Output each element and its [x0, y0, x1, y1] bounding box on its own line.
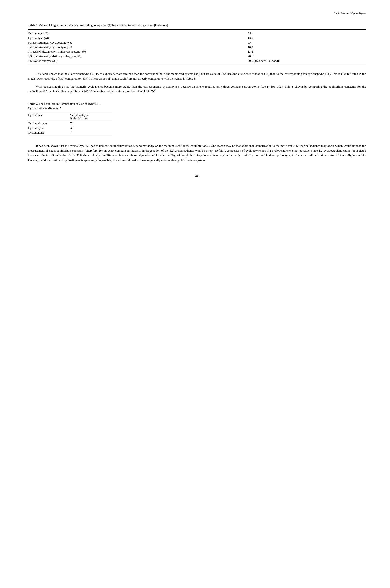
- table-row: Cyclodecyne 35: [28, 126, 112, 130]
- table7: Cycloalkyne % Cycloalkyne in the Mixture…: [28, 112, 112, 135]
- table6-value-5: 13.4: [248, 49, 366, 54]
- table7-compound-3: Cyclononyne: [28, 130, 70, 135]
- page-header: Angle Strained Cycloalkynes: [28, 12, 366, 15]
- table6-value-3: 9.4: [248, 40, 366, 45]
- table7-section: Table 7. The Equilibrium Composition of …: [28, 102, 366, 135]
- table-row: 1,5-Cyclooctadiyne (35) 30.5 (15.3 per C…: [28, 59, 366, 64]
- table7-col2-header: % Cycloalkyne in the Mixture: [70, 112, 112, 121]
- table6: Cyclononyne (6) 2.9 Cyclooctyne (14) 13.…: [28, 29, 366, 64]
- body-text1-cont: . These values of “angle strain” are not…: [89, 77, 196, 80]
- table7-value-3: 7: [70, 130, 112, 135]
- table6-head: [28, 30, 366, 31]
- table6-body: Cyclononyne (6) 2.9 Cyclooctyne (14) 13.…: [28, 31, 366, 64]
- table7-header-row: Cycloalkyne % Cycloalkyne in the Mixture: [28, 112, 112, 121]
- table6-label: Table 6.: [28, 24, 38, 27]
- table-row: Cyclononyne (6) 2.9: [28, 31, 366, 36]
- table6-value-1: 2.9: [248, 31, 366, 36]
- body-text1-main: This table shows that the silacyclohepty…: [28, 72, 366, 80]
- table6-compound-5: 1,1,3,3,6,6-Hexamethyl-1-silacycloheptyn…: [28, 49, 248, 54]
- table-row: 4,4,7,7-Tetramethylcyclooctyne (46) 10.2: [28, 45, 366, 49]
- table-row: 3,3,8,8-Tetramethylcyclooctyne (44) 9.4: [28, 40, 366, 45]
- table7-label: Table 7.: [28, 102, 38, 105]
- body-text3-main: It has been shown that the cycloalkyne/1…: [36, 144, 208, 148]
- table7-caption-text: The Equilibrium Composition of Cycloalky…: [28, 102, 99, 110]
- table7-wrapper-inner: Cycloalkyne % Cycloalkyne in the Mixture…: [28, 112, 112, 135]
- table-row: Cyclononyne 7: [28, 130, 112, 135]
- body-text3-cont2: . This shows clearly the difference betw…: [28, 154, 366, 162]
- table6-wrapper: Cyclononyne (6) 2.9 Cyclooctyne (14) 13.…: [28, 29, 366, 64]
- table7-col2-header-line2: in the Mixture: [70, 117, 87, 120]
- table6-compound-1: Cyclononyne (6): [28, 31, 248, 36]
- table6-value-6: 20.6: [248, 54, 366, 59]
- table6-col1-header: [28, 30, 248, 31]
- body-paragraph-2: With decreasing ring size the isomeric c…: [28, 84, 366, 94]
- body-text2-main: With decreasing ring size the isomeric c…: [28, 85, 366, 93]
- table7-body: Cycloundecyne 74 Cyclodecyne 35 Cyclonon…: [28, 121, 112, 135]
- table7-caption: Table 7. The Equilibrium Composition of …: [28, 102, 112, 110]
- table-row: 3,3,6,6-Tetramethyl-1-thiacycloheptyne (…: [28, 54, 366, 59]
- table6-compound-7: 1,5-Cyclooctadiyne (35): [28, 59, 248, 64]
- table6-col2-header: [248, 30, 366, 31]
- table6-compound-2: Cyclooctyne (14): [28, 36, 248, 40]
- table6-caption: Table 6. Values of Angle Strain Calculat…: [28, 23, 366, 27]
- table6-value-2: 13.0: [248, 36, 366, 40]
- table7-caption-ref: 4): [59, 106, 60, 108]
- table7-value-1: 74: [70, 121, 112, 126]
- table-row: Cyclooctyne (14) 13.0: [28, 36, 366, 40]
- table7-col1-header: Cycloalkyne: [28, 112, 70, 121]
- body-text2-ref: 4): [154, 89, 155, 92]
- table6-value-4: 10.2: [248, 45, 366, 49]
- table6-section: Table 6. Values of Angle Strain Calculat…: [28, 23, 366, 64]
- table6-value-7: 30.5 (15.3 per C≡C bond): [248, 59, 366, 64]
- table7-compound-2: Cyclodecyne: [28, 126, 70, 130]
- table6-compound-6: 3,3,6,6-Tetramethyl-1-thiacycloheptyne (…: [28, 54, 248, 59]
- table7-outer: Table 7. The Equilibrium Composition of …: [28, 102, 112, 135]
- body-text3-ref2: 173, 174): [67, 154, 75, 156]
- body-paragraph-3: It has been shown that the cycloalkyne/1…: [28, 143, 366, 162]
- table6-caption-text: Values of Angle Strain Calculated Accord…: [39, 24, 168, 27]
- table6-compound-4: 4,4,7,7-Tetramethylcyclooctyne (46): [28, 45, 248, 49]
- table7-head: Cycloalkyne % Cycloalkyne in the Mixture: [28, 112, 112, 121]
- table6-compound-3: 3,3,8,8-Tetramethylcyclooctyne (44): [28, 40, 248, 45]
- table-row: 1,1,3,3,6,6-Hexamethyl-1-silacycloheptyn…: [28, 49, 366, 54]
- page-number: 209: [28, 175, 366, 178]
- body-text2-cont: .: [155, 90, 156, 93]
- table6-header-row: [28, 30, 366, 31]
- table7-compound-1: Cycloundecyne: [28, 121, 70, 126]
- body-text1-ref: 65): [87, 77, 89, 79]
- table7-col2-header-line1: % Cycloalkyne: [70, 113, 89, 117]
- table-row: Cycloundecyne 74: [28, 121, 112, 126]
- table7-value-2: 35: [70, 126, 112, 130]
- body-paragraph-1: This table shows that the silacyclohepty…: [28, 72, 366, 81]
